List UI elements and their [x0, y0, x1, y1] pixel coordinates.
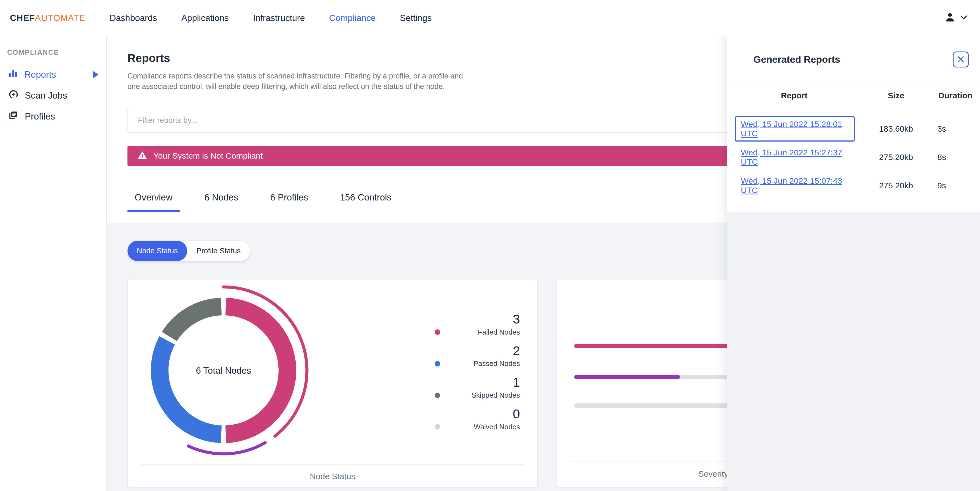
report-duration: 8s [937, 153, 974, 162]
severity-bar-major-fill [574, 375, 680, 379]
node-status-legend: 3 Failed Nodes 2 Passed Nodes [435, 279, 520, 464]
report-size: 183.60kb [855, 124, 937, 134]
drawer-header: Generated Reports [727, 37, 980, 83]
column-header-duration: Duration [937, 91, 974, 100]
nav-item-infrastructure[interactable]: Infrastructure [253, 13, 305, 23]
logo-chef: CHEF [10, 13, 35, 23]
close-button[interactable] [953, 51, 969, 67]
status-toggle: Node Status Profile Status [127, 241, 250, 261]
legend-label: Skipped Nodes [472, 391, 520, 400]
tab-overview[interactable]: Overview [127, 192, 180, 212]
caret-right-icon [93, 71, 99, 78]
sidebar-item-label: Profiles [25, 111, 55, 122]
report-link[interactable]: Wed, 15 Jun 2022 15:07:43 UTC [741, 176, 842, 195]
donut-center-label: 6 Total Nodes [196, 365, 251, 376]
documents-icon [8, 110, 19, 123]
tab-controls[interactable]: 156 Controls [333, 192, 399, 212]
legend-item-passed: 2 Passed Nodes [435, 344, 520, 368]
nav-item-settings[interactable]: Settings [400, 13, 432, 23]
sidebar-item-label: Reports [24, 69, 56, 80]
warning-triangle-icon [137, 151, 147, 161]
user-menu[interactable] [943, 11, 967, 25]
passed-count: 2 [435, 344, 520, 358]
legend-item-skipped: 1 Skipped Nodes [435, 375, 520, 400]
tab-profiles[interactable]: 6 Profiles [263, 192, 315, 212]
passed-dot-icon [435, 361, 440, 367]
generated-reports-panel: Generated Reports Report Size Duration W… [727, 37, 980, 212]
column-header-report: Report [733, 91, 855, 100]
failed-dot-icon [435, 329, 440, 335]
page-description: Compliance reports describe the status o… [127, 71, 472, 92]
compliance-sidebar: COMPLIANCE Reports Scan Jobs Profiles [0, 37, 107, 491]
skipped-dot-icon [435, 393, 440, 398]
chef-automate-logo[interactable]: CHEFAUTOMATE [10, 13, 85, 23]
waived-dot-icon [435, 424, 440, 430]
legend-label: Waived Nodes [474, 423, 520, 431]
drawer-divider [727, 83, 980, 83]
legend-label: Passed Nodes [474, 359, 520, 368]
sidebar-item-profiles[interactable]: Profiles [0, 106, 106, 127]
node-status-donut[interactable]: 6 Total Nodes [128, 279, 435, 464]
report-link[interactable]: Wed, 15 Jun 2022 15:27:37 UTC [741, 148, 842, 166]
failed-count: 3 [435, 312, 520, 326]
primary-nav: Dashboards Applications Infrastructure C… [110, 13, 432, 23]
drawer-title: Generated Reports [753, 54, 840, 65]
tab-nodes[interactable]: 6 Nodes [197, 192, 245, 212]
close-icon [956, 55, 965, 64]
column-header-size: Size [855, 91, 937, 100]
sidebar-item-reports[interactable]: Reports [0, 64, 106, 85]
nav-item-dashboards[interactable]: Dashboards [110, 13, 157, 23]
table-row: Wed, 15 Jun 2022 15:28:01 UTC 183.60kb 3… [733, 115, 974, 143]
sidebar-item-scan-jobs[interactable]: Scan Jobs [0, 85, 106, 106]
waived-count: 0 [435, 407, 520, 421]
table-body: Wed, 15 Jun 2022 15:28:01 UTC 183.60kb 3… [733, 115, 974, 200]
legend-item-failed: 3 Failed Nodes [435, 312, 520, 336]
logo-automate: AUTOMATE [35, 13, 85, 23]
report-size: 275.20kb [855, 153, 937, 162]
generated-reports-table: Report Size Duration Wed, 15 Jun 2022 15… [727, 86, 980, 212]
report-duration: 3s [937, 124, 974, 134]
toggle-node-status[interactable]: Node Status [127, 241, 187, 261]
legend-label: Failed Nodes [478, 328, 520, 336]
toggle-profile-status[interactable]: Profile Status [187, 241, 250, 261]
legend-item-waived: 0 Waived Nodes [435, 407, 520, 431]
sidebar-item-label: Scan Jobs [25, 90, 67, 101]
table-header-row: Report Size Duration [733, 86, 974, 105]
table-row: Wed, 15 Jun 2022 15:27:37 UTC 275.20kb 8… [733, 143, 974, 171]
bar-chart-icon [8, 69, 18, 81]
focused-link-ring: Wed, 15 Jun 2022 15:28:01 UTC [735, 116, 855, 142]
banner-text: Your System is Not Compliant [153, 151, 262, 161]
top-nav: CHEFAUTOMATE Dashboards Applications Inf… [0, 0, 980, 37]
report-link[interactable]: Wed, 15 Jun 2022 15:28:01 UTC [741, 120, 842, 138]
table-row: Wed, 15 Jun 2022 15:07:43 UTC 275.20kb 9… [733, 171, 974, 200]
report-duration: 9s [937, 181, 974, 190]
nav-item-compliance[interactable]: Compliance [329, 13, 376, 23]
node-status-card-body: 6 Total Nodes 3 Failed Nodes 2 [128, 279, 537, 464]
report-size: 275.20kb [855, 181, 937, 190]
nav-item-applications[interactable]: Applications [181, 13, 229, 23]
node-status-card-title: Node Status [141, 464, 524, 489]
chevron-down-icon [960, 15, 967, 21]
radar-icon [8, 89, 19, 102]
generated-reports-drawer: Generated Reports Report Size Duration W… [727, 37, 980, 491]
user-avatar-icon [943, 11, 956, 25]
skipped-count: 1 [435, 375, 520, 389]
sidebar-section-label: COMPLIANCE [7, 48, 106, 56]
node-status-card: 6 Total Nodes 3 Failed Nodes 2 [127, 279, 538, 488]
